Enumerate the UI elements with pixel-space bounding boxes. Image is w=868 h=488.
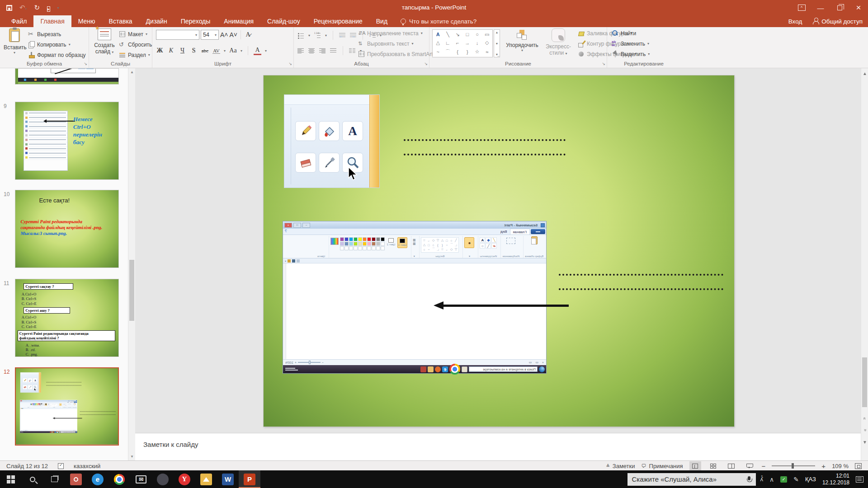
taskbar-app-edge[interactable]: e — [87, 470, 108, 488]
bold-button[interactable]: Ж — [156, 47, 164, 54]
tab-slideshow[interactable]: Слайд-шоу — [260, 15, 307, 27]
shape-icon[interactable]: { — [457, 49, 458, 55]
main-scrollbar-thumb[interactable] — [862, 357, 867, 407]
clipboard-dialog-launcher[interactable]: ↘ — [84, 61, 87, 66]
shape-icon[interactable]: ○ — [476, 32, 479, 37]
thumbnail-scrollbar[interactable]: ▲ ▼ — [128, 68, 135, 460]
previous-slide-button[interactable]: « — [860, 415, 868, 422]
notes-toggle[interactable]: ≜Заметки — [606, 463, 635, 469]
tab-design[interactable]: Дизайн — [139, 15, 174, 27]
shape-icon[interactable]: ~ — [437, 49, 439, 55]
shape-icon[interactable]: ↘ — [456, 32, 460, 38]
text-direction-button[interactable]: ⇵AНаправление текста▾ — [358, 30, 423, 37]
close-button[interactable]: × — [849, 0, 868, 15]
text-shadow-button[interactable]: S — [190, 47, 198, 54]
tab-insert[interactable]: Вставка — [102, 15, 139, 27]
main-scrollbar[interactable]: ▲ « « ▼ — [861, 68, 868, 460]
taskbar-search-button[interactable] — [22, 470, 43, 488]
next-slide-button[interactable]: « — [860, 427, 868, 434]
thumbnail-slide-11[interactable]: Суретті сақтау ? A.Ctrl+O B. Ctrl+S C. C… — [15, 279, 119, 357]
taskbar-app-mail[interactable]: ✉ — [130, 470, 152, 488]
cut-button[interactable]: ✂Вырезать — [28, 31, 61, 38]
convert-smartart-button[interactable]: Преобразовать в SmartArt▾ — [358, 51, 437, 57]
character-spacing-button[interactable]: AV — [212, 48, 220, 54]
comments-toggle[interactable]: 🗩Примечания — [642, 463, 683, 469]
slide-canvas[interactable]: A Безымянный - Paint – □ x Главная Вид ? — [264, 75, 734, 427]
shapes-gallery-scroll[interactable]: ▲▼▼̲ — [494, 29, 500, 57]
new-slide-button[interactable]: Создать слайд ▾ — [92, 28, 117, 55]
tab-file[interactable]: Файл — [5, 15, 33, 27]
copy-button[interactable]: Копировать▾ — [28, 41, 71, 48]
zoom-slider-thumb[interactable] — [792, 463, 794, 469]
zoom-out-button[interactable]: − — [762, 462, 766, 470]
taskbar-app-yandex[interactable]: Y — [174, 470, 195, 488]
shape-icon[interactable]: ≈ — [486, 49, 488, 55]
format-painter-button[interactable]: Формат по образцу — [28, 52, 86, 58]
view-slideshow-button[interactable] — [744, 461, 755, 470]
slide-canvas[interactable]: A Безымянный - Paint – □ x Главная Вид ? — [16, 368, 118, 445]
tray-security-icon[interactable]: ✓ — [780, 476, 787, 483]
layout-button[interactable]: Макет▾ — [119, 31, 147, 38]
thumbnail-slide-10[interactable]: Есте сақта! Суретті Paint редакторында с… — [15, 190, 119, 268]
paste-button[interactable]: Вставить ▾ — [4, 28, 25, 55]
taskbar-app-word[interactable]: W — [217, 470, 239, 488]
decrease-indent-icon[interactable] — [339, 32, 346, 39]
italic-button[interactable]: К — [167, 47, 175, 54]
shape-icon[interactable]: ☆ — [475, 49, 480, 55]
drawing-dialog-launcher[interactable]: ↘ — [602, 61, 605, 66]
tab-animations[interactable]: Анимация — [217, 15, 260, 27]
language-indicator[interactable]: казахский — [74, 463, 100, 469]
notes-pane[interactable]: Заметки к слайду — [135, 433, 861, 460]
taskbar-clock[interactable]: 12:01 12.12.2018 — [822, 473, 849, 486]
scroll-up-icon[interactable]: ▲ — [861, 68, 868, 78]
shapes-gallery[interactable]: A╲↘□○▭△∟⌐→↓◇~⌒{}☆≈ — [432, 29, 493, 57]
tab-view[interactable]: Вид — [369, 15, 394, 27]
shape-icon[interactable]: } — [467, 49, 468, 55]
clear-formatting-button[interactable]: A̷ — [244, 31, 252, 38]
justify-icon[interactable] — [330, 47, 337, 54]
section-button[interactable]: Раздел▾ — [119, 52, 150, 58]
minimize-button[interactable]: — — [811, 0, 830, 15]
tray-chevron-icon[interactable]: ∧ — [769, 476, 774, 483]
taskbar-app-people[interactable] — [65, 470, 87, 488]
task-view-button[interactable] — [43, 470, 65, 488]
taskbar-app-chrome[interactable] — [108, 470, 130, 488]
shape-icon[interactable]: □ — [466, 32, 469, 37]
taskbar-app-powerpoint[interactable]: P — [239, 470, 260, 488]
quick-styles-button[interactable]: Экспресс- стили ▾ — [542, 28, 575, 56]
shape-icon[interactable]: △ — [436, 40, 440, 46]
thumbnail-slide-12-selected[interactable]: A Безымянный - Paint – □ x Главная Вид ? — [15, 367, 119, 446]
spellcheck-icon[interactable] — [58, 463, 64, 469]
shape-icon[interactable]: ⌐ — [456, 40, 459, 46]
share-button[interactable]: Общий доступ — [813, 18, 863, 25]
start-button[interactable] — [0, 470, 22, 488]
view-normal-button[interactable] — [689, 461, 701, 470]
language-switch[interactable]: ҚАЗ — [805, 476, 816, 483]
thumb-scroll-down-icon[interactable]: ▼ — [128, 453, 136, 460]
shape-icon[interactable]: ↓ — [476, 40, 479, 46]
align-right-icon[interactable] — [319, 47, 326, 54]
grow-font-button[interactable]: A˄ — [220, 31, 228, 38]
bullets-icon[interactable] — [297, 32, 304, 39]
paragraph-dialog-launcher[interactable]: ↘ — [424, 61, 428, 66]
shape-icon[interactable]: ◇ — [485, 40, 489, 46]
fit-to-window-icon[interactable] — [855, 463, 862, 469]
find-button[interactable]: Найти — [612, 30, 636, 37]
tab-home[interactable]: Главная — [33, 15, 71, 27]
font-size-combo[interactable]: 54▾ — [201, 30, 219, 40]
ribbon-display-options-icon[interactable]: ^ — [792, 0, 811, 15]
align-center-icon[interactable] — [308, 47, 315, 54]
shape-icon[interactable]: → — [465, 40, 470, 46]
change-case-button[interactable]: Aa — [229, 47, 237, 54]
strikethrough-button[interactable]: abc — [201, 48, 209, 53]
zoom-level[interactable]: 109 % — [832, 463, 849, 469]
taskbar-app-dark[interactable] — [152, 470, 174, 488]
shrink-font-button[interactable]: A˅ — [230, 31, 238, 38]
align-left-icon[interactable] — [297, 47, 304, 54]
shape-icon[interactable]: A — [436, 32, 440, 37]
reset-button[interactable]: ↺Сбросить — [119, 41, 152, 48]
thumbnail-scrollbar-thumb[interactable] — [129, 260, 134, 321]
tray-pen-icon[interactable]: ✎ — [793, 476, 799, 483]
tell-me-box[interactable]: Что вы хотите сделать? — [394, 15, 483, 27]
zoom-in-button[interactable]: + — [821, 462, 826, 470]
